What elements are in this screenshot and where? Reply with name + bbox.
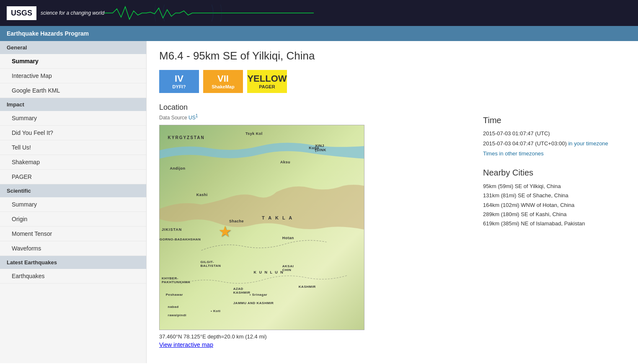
nearby-cities-title: Nearby Cities <box>483 168 625 178</box>
google-earth-label: Google Earth KML <box>12 87 60 94</box>
sidebar-item-waveforms[interactable]: Waveforms <box>0 241 146 256</box>
other-timezones-link[interactable]: Times in other timezones <box>483 150 544 157</box>
main-layout: General Summary Interactive Map Google E… <box>0 41 638 363</box>
location-section: Location Data Source US1 <box>159 103 466 348</box>
usgs-tagline: science for a changing world <box>41 10 104 16</box>
shakemap-badge[interactable]: VII ShakeMap <box>203 70 243 93</box>
shakemap-label: ShakeMap <box>212 84 234 89</box>
nav-title: Earthquake Hazards Program <box>7 30 89 37</box>
main-content: M6.4 - 95km SE of Yilkiqi, China IV DYFI… <box>147 41 638 363</box>
sidebar-item-shakemap[interactable]: Shakemap <box>0 155 146 170</box>
map-label-andijon: Andijon <box>170 166 185 170</box>
pager-badge[interactable]: YELLOW PAGER <box>247 70 287 93</box>
scientific-section-label: Scientific <box>7 188 31 194</box>
coords-value: 37.460°N 78.125°E depth=20.0 km (12.4 mi… <box>159 333 266 340</box>
map-label-gilgit: GILGIT-BALTISTAN <box>201 260 221 268</box>
interactive-map-label: Interactive Map <box>12 72 52 79</box>
dyfi-number: IV <box>175 74 183 84</box>
your-timezone-link[interactable]: in your timezone <box>568 140 608 147</box>
map-label-hotan: Hotan <box>282 236 294 240</box>
map-label-srinagar: • Srinagar <box>250 293 267 297</box>
city-1: 95km (59mi) SE of Yilkiqi, China <box>483 182 625 191</box>
map-container[interactable]: KYRGYZSTAN Tsyk Kol Kuga Aksu XINJ(SINK … <box>159 125 364 330</box>
map-label-jammukashmir: JAMMU AND KASHMIR <box>233 301 274 305</box>
map-label-jikistan: JIKISTAN <box>162 227 182 232</box>
other-timezones-text: Times in other timezones <box>483 150 544 157</box>
sidebar-item-summary-scientific[interactable]: Summary <box>0 197 146 212</box>
city-3: 164km (102mi) WNW of Hotan, China <box>483 201 625 210</box>
origin-label: Origin <box>12 216 27 222</box>
local-time: 2015-07-03 04:07:47 (UTC+03:00) <box>483 140 567 147</box>
map-label-peshawar: Peshawar <box>166 293 183 297</box>
sidebar-section-impact: Impact <box>0 98 146 111</box>
map-label-rawalpindi: rawalpindi <box>168 313 187 317</box>
did-you-feel-label: Did You Feel It? <box>12 129 53 136</box>
summary-impact-label: Summary <box>12 115 37 121</box>
utc-time: 2015-07-03 01:07:47 (UTC) <box>483 129 625 138</box>
view-map-text: View interactive map <box>159 341 213 348</box>
sidebar-item-did-you-feel[interactable]: Did You Feel It? <box>0 126 146 140</box>
time-section: Time 2015-07-03 01:07:47 (UTC) 2015-07-0… <box>483 116 625 158</box>
nearby-cities-section: Nearby Cities 95km (59mi) SE of Yilkiqi,… <box>483 168 625 228</box>
shakemap-label: Shakemap <box>12 159 40 165</box>
map-terrain-svg <box>160 125 364 330</box>
sidebar-item-pager[interactable]: PAGER <box>0 170 146 184</box>
map-label-kyrgyzstan: KYRGYZSTAN <box>168 135 205 140</box>
data-source-sup: 1 <box>196 114 198 118</box>
info-panel: Time 2015-07-03 01:07:47 (UTC) 2015-07-0… <box>483 103 625 238</box>
your-timezone-text: in your timezone <box>568 140 608 147</box>
data-source-link-text: US <box>189 115 196 121</box>
logo-text: USGS <box>11 9 32 17</box>
sidebar-item-summary-impact[interactable]: Summary <box>0 111 146 126</box>
earthquake-marker: ★ <box>218 224 232 239</box>
sidebar-item-summary-general[interactable]: Summary <box>0 54 146 69</box>
sidebar-item-interactive-map[interactable]: Interactive Map <box>0 69 146 83</box>
impact-section-label: Impact <box>7 101 24 108</box>
sidebar: General Summary Interactive Map Google E… <box>0 41 147 363</box>
sidebar-item-origin[interactable]: Origin <box>0 212 146 227</box>
site-header: USGS science for a changing world <box>0 0 638 26</box>
map-label-aksu: Aksu <box>280 160 290 164</box>
logo-area: USGS science for a changing world <box>7 6 104 20</box>
waveforms-label: Waveforms <box>12 245 41 252</box>
map-label-kashi: Kashi <box>196 193 208 197</box>
other-timezones-line: Times in other timezones <box>483 150 625 158</box>
map-label-tsykkol: Tsyk Kol <box>245 132 263 136</box>
city-5: 619km (385mi) NE of Islamabad, Pakistan <box>483 219 625 228</box>
pager-number: YELLOW <box>247 74 287 84</box>
data-source-link[interactable]: US1 <box>189 115 198 121</box>
map-label-gorno: GORNO-BADAKHSHAN <box>160 238 201 241</box>
city-2: 131km (81mi) SE of Shache, China <box>483 191 625 200</box>
latest-earthquakes-label: Latest Earthquakes <box>7 259 57 266</box>
map-label-azad: AZADKASHMIR <box>233 287 251 294</box>
map-label-nabad: nabad <box>168 305 179 309</box>
coords-text: 37.460°N 78.125°E depth=20.0 km (12.4 mi… <box>159 333 466 340</box>
sidebar-item-moment-tensor[interactable]: Moment Tensor <box>0 227 146 241</box>
sidebar-section-latest: Latest Earthquakes <box>0 256 146 269</box>
usgs-logo: USGS <box>7 6 36 20</box>
view-map-container: View interactive map <box>159 341 466 348</box>
sidebar-item-earthquakes[interactable]: Earthquakes <box>0 269 146 284</box>
summary-scientific-label: Summary <box>12 201 37 208</box>
map-label-xinj: XINJ(SINK <box>315 144 326 152</box>
time-title: Time <box>483 116 625 125</box>
dyfi-badge[interactable]: IV DYFI? <box>159 70 199 93</box>
sidebar-section-scientific: Scientific <box>0 184 146 197</box>
pager-label: PAGER <box>259 84 275 89</box>
sidebar-section-general: General <box>0 41 146 54</box>
view-interactive-map-link[interactable]: View interactive map <box>159 341 213 348</box>
map-label-taklamakan: T A K L A <box>262 215 293 220</box>
svg-rect-2 <box>160 125 364 330</box>
shakemap-number: VII <box>217 74 229 84</box>
map-image: KYRGYZSTAN Tsyk Kol Kuga Aksu XINJ(SINK … <box>160 125 364 330</box>
pager-label: PAGER <box>12 173 32 180</box>
map-label-kashmir: KASHMIR <box>299 285 316 289</box>
map-label-aksai: AKSAICHIN <box>282 264 294 272</box>
local-time-line: 2015-07-03 04:07:47 (UTC+03:00) in your … <box>483 139 625 148</box>
sidebar-item-google-earth[interactable]: Google Earth KML <box>0 83 146 98</box>
map-label-khyber: KHYBER-PAKHTUNKHWA <box>162 276 190 284</box>
summary-general-label: Summary <box>12 58 39 65</box>
info-layout: Location Data Source US1 <box>159 103 625 348</box>
sidebar-item-tell-us[interactable]: Tell Us! <box>0 140 146 155</box>
map-label-koti: • Koti <box>211 309 221 313</box>
